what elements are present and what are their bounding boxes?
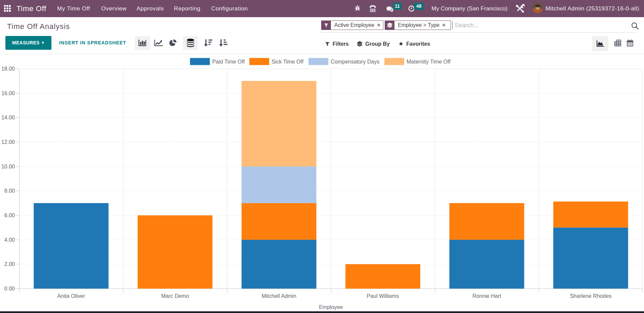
svg-text:Paid Time Off: Paid Time Off bbox=[212, 59, 245, 65]
svg-text:Maternity Time Off: Maternity Time Off bbox=[407, 59, 451, 65]
svg-text:Compensatory Days: Compensatory Days bbox=[331, 59, 380, 65]
svg-text:Anita Oliver: Anita Oliver bbox=[57, 293, 85, 299]
svg-text:2.00: 2.00 bbox=[4, 261, 15, 267]
svg-text:12.00: 12.00 bbox=[1, 139, 15, 145]
svg-text:10.00: 10.00 bbox=[1, 164, 15, 169]
svg-text:Sick Time Off: Sick Time Off bbox=[272, 59, 304, 65]
svg-text:Mitchell Admin: Mitchell Admin bbox=[262, 293, 296, 299]
svg-text:Sharlene Rhodes: Sharlene Rhodes bbox=[570, 293, 612, 299]
svg-text:16.00: 16.00 bbox=[1, 90, 15, 96]
svg-text:14.00: 14.00 bbox=[1, 115, 15, 120]
svg-text:4.00: 4.00 bbox=[4, 237, 15, 243]
svg-text:6.00: 6.00 bbox=[4, 212, 15, 218]
svg-text:Marc Demo: Marc Demo bbox=[161, 293, 189, 299]
svg-text:Ronnie Hart: Ronnie Hart bbox=[472, 293, 501, 299]
svg-text:Paul Williams: Paul Williams bbox=[367, 293, 399, 299]
svg-text:0.00: 0.00 bbox=[4, 286, 15, 291]
svg-text:Employee: Employee bbox=[319, 304, 343, 310]
svg-text:18.00: 18.00 bbox=[1, 66, 15, 72]
svg-text:8.00: 8.00 bbox=[4, 188, 15, 194]
